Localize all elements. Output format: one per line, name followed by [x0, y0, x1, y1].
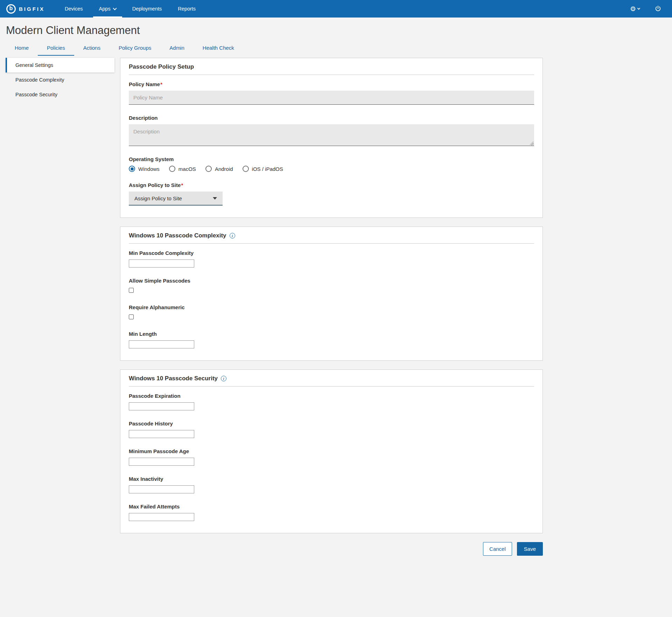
tab-policies[interactable]: Policies	[38, 40, 74, 56]
passcode-expiration-input[interactable]	[129, 402, 194, 410]
panel-title-text: Windows 10 Passcode Complexity	[129, 232, 226, 239]
radio-ios-ipados[interactable]: iOS / iPadOS	[243, 166, 283, 172]
bigfix-logo-icon: b	[6, 4, 16, 14]
field-label: Passcode Expiration	[129, 393, 534, 399]
settings-menu-button[interactable]: ⚙	[630, 6, 640, 12]
assign-policy-site-label: Assign Policy to Site*	[129, 182, 534, 188]
radio-icon	[205, 166, 212, 172]
passcode-policy-setup-panel: Passcode Policy Setup Policy Name* Descr…	[120, 58, 543, 218]
radio-icon	[169, 166, 175, 172]
nav-item-deployments[interactable]: Deployments	[124, 0, 170, 18]
operating-system-radio-group: Windows macOS Android iOS / iPadOS	[129, 166, 534, 172]
description-textarea-wrap	[129, 124, 534, 146]
radio-windows[interactable]: Windows	[129, 166, 160, 172]
require-alphanumeric-field: Require Alphanumeric	[129, 304, 534, 321]
page-title: Modern Client Management	[0, 18, 672, 40]
allow-simple-passcodes-field: Allow Simple Passcodes	[129, 278, 534, 294]
app-tabs: Home Policies Actions Policy Groups Admi…	[0, 40, 672, 56]
cancel-button[interactable]: Cancel	[483, 542, 512, 556]
windows10-passcode-complexity-panel: Windows 10 Passcode Complexity i Min Pas…	[120, 227, 543, 361]
max-failed-attempts-field: Max Failed Attempts	[129, 504, 534, 521]
sidebar-item-passcode-security[interactable]: Passcode Security	[6, 87, 114, 102]
min-length-input[interactable]	[129, 340, 194, 348]
tab-health-check[interactable]: Health Check	[194, 40, 243, 56]
main-nav: Devices Apps Deployments Reports	[57, 0, 204, 18]
panel-title: Windows 10 Passcode Complexity i	[129, 232, 534, 244]
panel-title-text: Windows 10 Passcode Security	[129, 375, 218, 382]
sidebar-item-general-settings[interactable]: General Settings	[6, 58, 114, 72]
description-field: Description	[129, 115, 534, 146]
radio-label: iOS / iPadOS	[252, 166, 283, 172]
label-text: Policy Name	[129, 81, 160, 87]
max-inactivity-input[interactable]	[129, 485, 194, 493]
field-label: Allow Simple Passcodes	[129, 278, 534, 284]
radio-label: macOS	[178, 166, 196, 172]
label-text: Assign Policy to Site	[129, 182, 181, 188]
operating-system-label: Operating System	[129, 156, 534, 162]
required-marker: *	[160, 81, 162, 87]
footer-actions: Cancel Save	[120, 542, 543, 556]
field-label: Max Inactivity	[129, 476, 534, 482]
tab-actions[interactable]: Actions	[74, 40, 110, 56]
policy-name-label: Policy Name*	[129, 81, 534, 87]
bigfix-brand[interactable]: b BIGFIX	[6, 4, 45, 14]
passcode-history-input[interactable]	[129, 430, 194, 438]
top-navigation-bar: b BIGFIX Devices Apps Deployments Report…	[0, 0, 672, 18]
field-label: Min Length	[129, 331, 534, 337]
field-label: Min Passcode Complexity	[129, 250, 534, 256]
tab-home[interactable]: Home	[6, 40, 38, 56]
max-failed-attempts-input[interactable]	[129, 513, 194, 521]
policy-name-field: Policy Name*	[129, 81, 534, 105]
gear-icon: ⚙	[630, 6, 636, 12]
field-label: Passcode History	[129, 421, 534, 427]
main-content: Passcode Policy Setup Policy Name* Descr…	[120, 58, 543, 556]
radio-android[interactable]: Android	[205, 166, 233, 172]
policy-name-input[interactable]	[129, 91, 534, 105]
field-label: Require Alphanumeric	[129, 304, 534, 310]
nav-item-reports[interactable]: Reports	[170, 0, 204, 18]
field-label: Minimum Passcode Age	[129, 448, 534, 454]
min-passcode-complexity-field: Min Passcode Complexity	[129, 250, 534, 268]
require-alphanumeric-checkbox[interactable]	[129, 314, 134, 319]
minimum-passcode-age-input[interactable]	[129, 458, 194, 466]
sidebar-item-passcode-complexity[interactable]: Passcode Complexity	[6, 72, 114, 87]
content-layout: General Settings Passcode Complexity Pas…	[0, 56, 672, 556]
panel-title-text: Passcode Policy Setup	[129, 63, 194, 70]
tab-admin[interactable]: Admin	[160, 40, 194, 56]
tab-policy-groups[interactable]: Policy Groups	[110, 40, 160, 56]
nav-right-controls: ⚙	[630, 5, 666, 12]
power-icon	[654, 5, 662, 12]
min-length-field: Min Length	[129, 331, 534, 348]
panel-title: Passcode Policy Setup	[129, 63, 534, 75]
radio-label: Android	[215, 166, 233, 172]
min-passcode-complexity-input[interactable]	[129, 259, 194, 268]
description-textarea[interactable]	[129, 124, 534, 146]
dropdown-caret-icon	[213, 197, 217, 200]
assign-policy-site-field: Assign Policy to Site* Assign Policy to …	[129, 182, 534, 206]
required-marker: *	[181, 182, 183, 188]
minimum-passcode-age-field: Minimum Passcode Age	[129, 448, 534, 466]
operating-system-field: Operating System Windows macOS Android	[129, 156, 534, 172]
nav-item-apps[interactable]: Apps	[91, 0, 124, 18]
radio-selected-icon	[129, 166, 135, 172]
logout-power-button[interactable]	[654, 5, 662, 12]
radio-macos[interactable]: macOS	[169, 166, 196, 172]
assign-policy-site-dropdown[interactable]: Assign Policy to Site	[129, 192, 223, 206]
nav-item-devices[interactable]: Devices	[57, 0, 91, 18]
save-button[interactable]: Save	[517, 542, 543, 556]
windows10-passcode-security-panel: Windows 10 Passcode Security i Passcode …	[120, 369, 543, 533]
panel-title: Windows 10 Passcode Security i	[129, 375, 534, 387]
chevron-down-icon	[113, 6, 117, 10]
passcode-expiration-field: Passcode Expiration	[129, 393, 534, 410]
info-icon[interactable]: i	[230, 233, 235, 238]
passcode-history-field: Passcode History	[129, 421, 534, 438]
brand-name: BIGFIX	[19, 6, 45, 12]
radio-icon	[243, 166, 249, 172]
description-label: Description	[129, 115, 534, 121]
info-icon[interactable]: i	[221, 376, 226, 381]
nav-item-apps-label: Apps	[99, 6, 111, 12]
field-label: Max Failed Attempts	[129, 504, 534, 509]
max-inactivity-field: Max Inactivity	[129, 476, 534, 493]
chevron-down-icon	[637, 7, 640, 9]
allow-simple-passcodes-checkbox[interactable]	[129, 288, 134, 293]
